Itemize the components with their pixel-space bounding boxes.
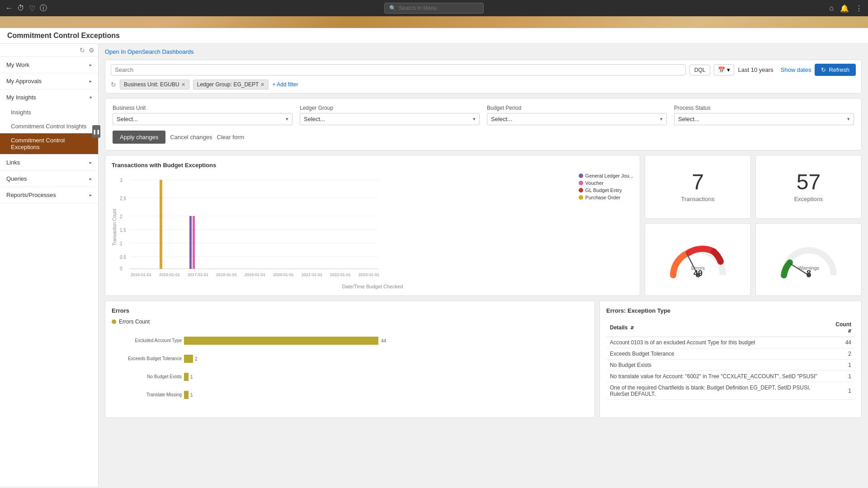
details-column-header[interactable]: Details ⇵ (606, 319, 827, 337)
filter-search-input[interactable] (115, 66, 682, 73)
remove-business-unit-tag[interactable]: ✕ (181, 82, 185, 88)
sidebar-item-insights[interactable]: Insights (0, 105, 98, 119)
heart-icon[interactable]: ♡ (29, 4, 35, 13)
calendar-arrow: ▾ (727, 66, 730, 73)
ledger-group-group: Ledger Group Select... ▾ (300, 105, 480, 125)
budget-period-group: Budget Period Select... ▾ (487, 105, 667, 125)
period-label: Last 10 years (738, 66, 773, 73)
sidebar-item-commitment-control-exceptions[interactable]: Commitment Control Exceptions (0, 133, 98, 154)
top-nav: ← ⏱ ♡ ⓘ 🔍 ⌂ 🔔 ⋮ (0, 0, 868, 16)
sidebar-section-my-approvals: My Approvals ▸ (0, 73, 98, 89)
budget-period-select[interactable]: Select... ▾ (487, 113, 667, 125)
warnings-gauge-svg: Warnings 8 (777, 239, 840, 280)
calendar-button[interactable]: 📅 ▾ (714, 64, 734, 75)
calendar-icon: 📅 (718, 66, 725, 73)
ledger-group-select[interactable]: Select... ▾ (300, 113, 480, 125)
cancel-changes-button[interactable]: Cancel changes (170, 134, 212, 141)
row-detail-1: Exceeds Budget Tolerance (606, 348, 827, 360)
row-count-4: 1 (827, 382, 855, 400)
home-icon[interactable]: ⌂ (829, 4, 834, 12)
svg-rect-16 (193, 216, 195, 269)
table-row: No translate value for Account: "6002" i… (606, 371, 855, 382)
main-layout: ↻ ⚙ My Work ▸ My Approvals ▸ My Insights… (0, 44, 868, 487)
svg-text:1: 1 (190, 393, 193, 398)
process-status-select[interactable]: Select... ▾ (674, 113, 854, 125)
exceptions-number: 57 (797, 171, 821, 193)
refresh-button[interactable]: ↻ Refresh (815, 64, 856, 76)
transactions-label: Transactions (681, 196, 715, 202)
form-filters: Business Unit Select... ▾ Ledger Group S… (105, 98, 862, 150)
content: Open In OpenSearch Dashboards DQL 📅 ▾ La… (99, 44, 868, 487)
svg-text:44: 44 (381, 338, 387, 343)
remove-ledger-group-tag[interactable]: ✕ (260, 82, 264, 88)
more-icon[interactable]: ⋮ (855, 4, 863, 13)
sidebar-header-links[interactable]: Links ▸ (0, 155, 98, 170)
count-sort-icon[interactable]: ⇵ (848, 328, 851, 333)
filter-tag-business-unit: Business Unit: EGUBU ✕ (120, 80, 189, 89)
open-search-link[interactable]: Open In OpenSearch Dashboards (105, 48, 862, 55)
chart-body: General Ledger Jou... Voucher GL Budget … (112, 173, 633, 289)
page-title: Commitment Control Exceptions (0, 28, 868, 44)
svg-text:2015-01-01: 2015-01-01 (131, 272, 151, 277)
svg-text:2016-01-01: 2016-01-01 (159, 272, 180, 277)
count-column-header[interactable]: Count ⇵ (827, 319, 855, 337)
top-nav-right: ⌂ 🔔 ⋮ (829, 4, 863, 13)
svg-text:2018-01-01: 2018-01-01 (216, 272, 237, 277)
add-filter-link[interactable]: + Add filter (272, 81, 298, 88)
svg-text:49: 49 (693, 269, 702, 278)
info-icon[interactable]: ⓘ (40, 4, 47, 13)
sidebar-section-queries: Queries ▸ (0, 171, 98, 187)
clock-icon[interactable]: ⏱ (17, 4, 24, 12)
business-unit-select[interactable]: Select... ▾ (113, 113, 292, 125)
sidebar-header-my-approvals[interactable]: My Approvals ▸ (0, 73, 98, 89)
svg-rect-39 (184, 355, 193, 363)
legend-item-voucher: Voucher (579, 180, 633, 186)
clear-form-button[interactable]: Clear form (217, 134, 245, 141)
sidebar-header-my-work[interactable]: My Work ▸ (0, 57, 98, 73)
refresh-icon: ↻ (821, 66, 826, 73)
sidebar-toggle-btn[interactable]: ❚❚ (92, 125, 100, 138)
apply-changes-button[interactable]: Apply changes (113, 131, 165, 144)
svg-rect-14 (160, 180, 162, 269)
business-unit-label: Business Unit (113, 105, 292, 111)
filter-tag-ledger-group: Ledger Group: EG_DEPT ✕ (193, 80, 269, 89)
row-count-3: 1 (827, 371, 855, 382)
process-status-arrow: ▾ (847, 116, 850, 122)
bell-icon[interactable]: 🔔 (840, 4, 849, 13)
exceptions-table: Details ⇵ Count ⇵ Account 0103 is of an … (606, 319, 855, 400)
process-status-label: Process Status (674, 105, 854, 111)
stat-card-errors: Errors 49 (645, 223, 751, 296)
table-body: Account 0103 is of an excluded Account T… (606, 337, 855, 400)
sidebar-header-my-insights[interactable]: My Insights ▾ (0, 89, 98, 105)
x-axis-label: Date/Time Budget Checked (112, 284, 633, 289)
sidebar-header-reports[interactable]: Reports/Processes ▸ (0, 187, 98, 203)
transactions-chart-title: Transactions with Budget Exceptions (112, 162, 633, 169)
svg-rect-42 (184, 373, 189, 381)
row-detail-0: Account 0103 is of an excluded Account T… (606, 337, 827, 348)
sidebar-settings-icon[interactable]: ⚙ (89, 47, 94, 54)
business-unit-arrow: ▾ (286, 116, 288, 122)
stat-card-transactions: 7 Transactions (645, 155, 751, 219)
filter-reset-icon[interactable]: ↻ (111, 81, 116, 88)
sidebar-item-commitment-control-insights[interactable]: Commitment Control Insights (0, 119, 98, 133)
search-input-wrap[interactable] (111, 64, 686, 75)
dql-button[interactable]: DQL (689, 65, 711, 75)
back-icon[interactable]: ← (5, 4, 13, 12)
sidebar-header-queries[interactable]: Queries ▸ (0, 171, 98, 187)
top-nav-search[interactable]: 🔍 (384, 3, 484, 14)
svg-rect-15 (189, 216, 192, 269)
stat-card-warnings: Warnings 8 (755, 223, 862, 296)
sidebar: ↻ ⚙ My Work ▸ My Approvals ▸ My Insights… (0, 44, 99, 487)
svg-text:8: 8 (806, 269, 811, 278)
sidebar-refresh-icon[interactable]: ↻ (80, 47, 85, 54)
legend-item-gl-journal: General Ledger Jou... (579, 173, 633, 178)
svg-text:Exceeds Budget Tolerance: Exceeds Budget Tolerance (128, 356, 182, 361)
sidebar-section-my-insights: My Insights ▾ Insights Commitment Contro… (0, 89, 98, 155)
svg-text:Translate Missing: Translate Missing (146, 392, 182, 397)
svg-text:1.5: 1.5 (120, 228, 126, 233)
arrow-my-work: ▸ (90, 62, 92, 67)
details-sort-icon[interactable]: ⇵ (630, 325, 634, 330)
show-dates-link[interactable]: Show dates (781, 66, 811, 73)
search-menu-input[interactable] (399, 5, 479, 11)
svg-text:2022-01-01: 2022-01-01 (330, 272, 351, 277)
